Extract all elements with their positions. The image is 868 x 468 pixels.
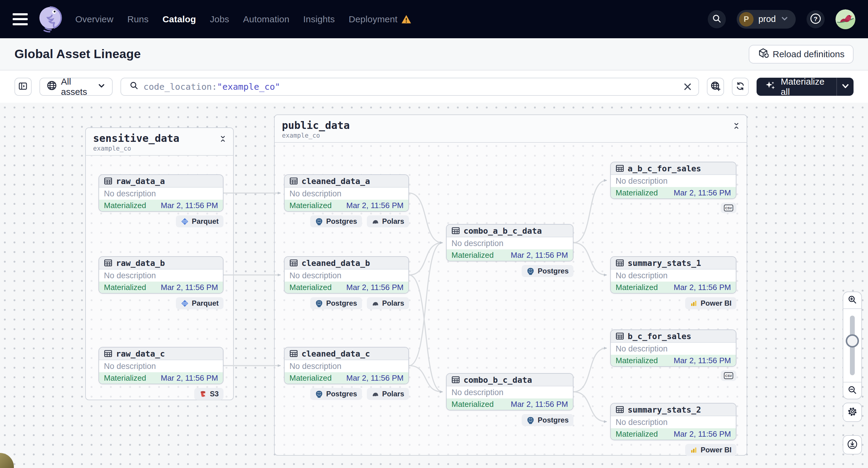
group-header[interactable]: sensitive_data example_co <box>86 128 233 156</box>
kind-badge-parquet[interactable]: Parquet <box>176 215 223 227</box>
asset-node-combo_a_b_c_data[interactable]: combo_a_b_c_data No description Material… <box>446 224 574 261</box>
kind-badge-polars[interactable]: Polars <box>367 388 409 400</box>
dagster-logo[interactable] <box>36 5 64 33</box>
asset-node-header: raw_data_c <box>99 347 223 360</box>
materialized-timestamp[interactable]: Mar 2, 11:56 PM <box>511 251 568 260</box>
nav-item-runs[interactable]: Runs <box>127 14 149 24</box>
csv-icon: CSV <box>724 205 733 211</box>
materialized-timestamp[interactable]: Mar 2, 11:56 PM <box>674 283 731 292</box>
kind-badge-postgres[interactable]: Postgres <box>310 388 362 400</box>
materialized-timestamp[interactable]: Mar 2, 11:56 PM <box>674 356 731 365</box>
materialized-timestamp[interactable]: Mar 2, 11:56 PM <box>674 188 731 197</box>
asset-badges: CSV <box>610 370 736 381</box>
clear-search-button[interactable] <box>683 83 692 93</box>
help-button[interactable]: ? <box>807 10 825 28</box>
materialized-timestamp[interactable]: Mar 2, 11:56 PM <box>161 201 218 210</box>
nav-item-automation[interactable]: Automation <box>243 14 289 24</box>
kind-badge-s3[interactable]: S3 <box>194 388 223 400</box>
deployment-name: prod <box>758 14 776 24</box>
zoom-slider[interactable] <box>843 309 861 382</box>
caret-down-icon <box>842 84 849 90</box>
asset-node-wrap-cleaned_data_c: cleaned_data_c No description Materializ… <box>284 347 409 400</box>
nav-item-catalog[interactable]: Catalog <box>162 14 196 24</box>
nav-item-overview[interactable]: Overview <box>75 14 114 24</box>
kind-badge-label: Polars <box>382 217 404 225</box>
table-icon <box>616 332 624 340</box>
asset-node-raw_data_a[interactable]: raw_data_a No description Materialized M… <box>98 175 223 212</box>
materialized-timestamp[interactable]: Mar 2, 11:56 PM <box>346 373 404 383</box>
asset-node-cleaned_data_c[interactable]: cleaned_data_c No description Materializ… <box>284 347 409 384</box>
download-image-button[interactable] <box>843 435 862 455</box>
filter-code-location-button[interactable] <box>707 78 724 96</box>
kind-badge-power-bi[interactable]: Power BI <box>685 444 736 456</box>
kind-badge-power-bi[interactable]: Power BI <box>685 297 736 309</box>
collapse-group-icon[interactable] <box>733 122 740 131</box>
nav-item-jobs[interactable]: Jobs <box>210 14 229 24</box>
globe-icon <box>47 81 57 93</box>
materialized-timestamp[interactable]: Mar 2, 11:56 PM <box>161 373 218 383</box>
user-avatar[interactable] <box>835 9 855 29</box>
asset-node-summary_stats_1[interactable]: summary_stats_1 No description Materiali… <box>610 256 736 293</box>
kind-badge-label: Polars <box>382 299 404 308</box>
graph-settings-button[interactable] <box>843 403 862 422</box>
asset-node-header: raw_data_b <box>99 257 223 270</box>
kind-badge-postgres[interactable]: Postgres <box>522 265 574 277</box>
nav-item-deployment[interactable]: Deployment <box>349 14 411 24</box>
materialized-timestamp[interactable]: Mar 2, 11:56 PM <box>346 283 404 292</box>
reload-definitions-button[interactable]: Reload definitions <box>749 45 854 64</box>
asset-node-raw_data_b[interactable]: raw_data_b No description Materialized M… <box>98 256 223 293</box>
question-icon: ? <box>810 13 822 26</box>
kind-badge-parquet[interactable]: Parquet <box>176 297 223 309</box>
asset-search-input[interactable]: code_location:"example_co" <box>121 78 699 96</box>
globe-plus-icon <box>711 81 721 92</box>
table-icon <box>289 349 298 358</box>
asset-node-raw_data_c[interactable]: raw_data_c No description Materialized M… <box>98 347 223 384</box>
asset-node-header: combo_a_b_c_data <box>447 225 573 237</box>
nav-item-label: Catalog <box>162 14 196 24</box>
kind-badge-polars[interactable]: Polars <box>367 215 409 227</box>
menu-icon[interactable] <box>13 13 28 25</box>
asset-node-summary_stats_2[interactable]: summary_stats_2 No description Materiali… <box>610 403 736 440</box>
zoom-out-icon <box>847 385 857 396</box>
table-icon <box>104 259 112 267</box>
deployment-switcher[interactable]: P prod <box>737 10 796 29</box>
materialized-timestamp[interactable]: Mar 2, 11:56 PM <box>511 400 568 409</box>
nav-item-insights[interactable]: Insights <box>303 14 335 24</box>
materialize-all-button[interactable]: Materialize all <box>756 78 836 96</box>
svg-text:CSV: CSV <box>725 206 732 210</box>
asset-node-cleaned_data_a[interactable]: cleaned_data_a No description Materializ… <box>284 175 409 212</box>
asset-scope-dropdown[interactable]: All assets <box>39 78 113 96</box>
kind-badge-polars[interactable]: Polars <box>367 297 409 309</box>
asset-name: b_c_for_sales <box>628 332 691 341</box>
kind-badge-postgres[interactable]: Postgres <box>310 297 362 309</box>
collapse-group-icon[interactable] <box>219 135 226 144</box>
asset-status-row: Materialized Mar 2, 11:56 PM <box>285 372 408 384</box>
asset-badges: Postgres Polars <box>284 388 409 400</box>
materialized-timestamp[interactable]: Mar 2, 11:56 PM <box>674 430 731 439</box>
asset-node-combo_b_c_data[interactable]: combo_b_c_data No description Materializ… <box>446 373 574 410</box>
asset-badges: Postgres Polars <box>284 297 409 309</box>
materialize-options-button[interactable] <box>836 78 854 96</box>
search-button[interactable] <box>708 10 726 28</box>
kind-badge-csv-icon[interactable]: CSV <box>721 203 736 213</box>
asset-node-a_b_c_for_sales[interactable]: a_b_c_for_sales No description Materiali… <box>610 162 736 199</box>
nav-item-label: Overview <box>75 14 114 24</box>
group-header[interactable]: public_data example_co <box>275 115 747 143</box>
kind-badge-csv-icon[interactable]: CSV <box>721 370 736 381</box>
asset-node-cleaned_data_b[interactable]: cleaned_data_b No description Materializ… <box>284 256 409 293</box>
materialized-status: Materialized <box>104 283 146 292</box>
zoom-in-button[interactable] <box>843 292 861 309</box>
zoom-slider-thumb[interactable] <box>846 334 859 347</box>
refresh-button[interactable] <box>732 78 749 96</box>
kind-badge-postgres[interactable]: Postgres <box>522 414 574 426</box>
toggle-sidebar-button[interactable] <box>14 78 32 96</box>
asset-node-wrap-raw_data_a: raw_data_a No description Materialized M… <box>98 175 223 227</box>
csv-icon: CSV <box>724 372 733 379</box>
asset-node-wrap-a_b_c_for_sales: a_b_c_for_sales No description Materiali… <box>610 162 736 213</box>
zoom-out-button[interactable] <box>843 382 861 399</box>
lineage-canvas[interactable]: sensitive_data example_co public_data ex… <box>0 103 868 468</box>
materialized-timestamp[interactable]: Mar 2, 11:56 PM <box>161 283 218 292</box>
kind-badge-postgres[interactable]: Postgres <box>310 215 362 227</box>
asset-node-b_c_for_sales[interactable]: b_c_for_sales No description Materialize… <box>610 330 736 367</box>
materialized-timestamp[interactable]: Mar 2, 11:56 PM <box>346 201 404 210</box>
